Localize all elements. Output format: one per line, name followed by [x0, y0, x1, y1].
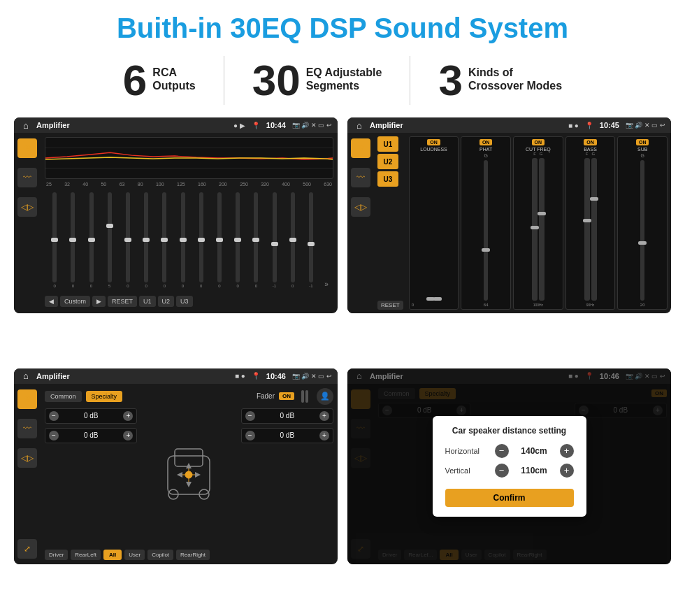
dialog-vertical-minus[interactable]: −	[495, 464, 509, 478]
eq-next-btn[interactable]: ▶	[92, 296, 106, 307]
fader-minus-3[interactable]: −	[245, 411, 255, 421]
eq-freq-labels: 25 32 40 50 63 80 100 125 160 200 250 32…	[45, 182, 333, 187]
stats-row: 6 RCA Outputs 30 EQ Adjustable Segments …	[14, 56, 671, 105]
eq-slider-8[interactable]: 0	[193, 192, 210, 288]
dialog-confirm-button[interactable]: Confirm	[445, 489, 574, 507]
fader-plus-3[interactable]: +	[319, 411, 329, 421]
eq-slider-14[interactable]: -1	[303, 192, 319, 288]
cutfreq-on-badge: ON	[532, 139, 545, 145]
eq-u3-btn[interactable]: U3	[176, 296, 193, 307]
fader-minus-1[interactable]: −	[49, 411, 59, 421]
page-title: Buith-in 30EQ DSP Sound System	[117, 13, 568, 43]
eq-slider-7[interactable]: 0	[174, 192, 191, 288]
loudness-label: LOUDNESS	[420, 147, 447, 152]
eq-slider-5[interactable]: 0	[138, 192, 154, 288]
bass-slider-f[interactable]	[584, 158, 590, 301]
home-icon-3[interactable]: ⌂	[20, 370, 32, 382]
fader-icon-vol[interactable]: ◁▷	[17, 448, 37, 468]
amp-icon-active[interactable]: ⚙	[351, 138, 370, 158]
dialog-vertical-row: Vertical − 110cm +	[445, 464, 574, 478]
dialog-vertical-plus[interactable]: +	[560, 464, 574, 478]
sb-dots-2: ■ ●	[568, 122, 579, 129]
eq-slider-10[interactable]: 0	[229, 192, 246, 288]
eq-slider-13[interactable]: 0	[284, 192, 301, 288]
bass-on-badge: ON	[584, 139, 597, 145]
btn-driver[interactable]: Driver	[45, 550, 68, 560]
fader-right: − 0 dB + − 0 dB +	[241, 408, 333, 546]
cutfreq-slider-f[interactable]	[532, 158, 538, 301]
eq-label-4: 63	[120, 182, 125, 187]
fader-track-container	[301, 390, 308, 403]
tab-common[interactable]: Common	[45, 391, 82, 402]
eq-slider-11[interactable]: 0	[247, 192, 264, 288]
eq-reset-btn[interactable]: RESET	[108, 296, 137, 307]
btn-all[interactable]: All	[103, 550, 122, 560]
amp-icon-vol[interactable]: ◁▷	[351, 197, 370, 217]
amp-u3-btn[interactable]: U3	[377, 171, 398, 187]
eq-sidebar: ⚙ 〰 ◁▷	[14, 133, 41, 313]
btn-user[interactable]: User	[124, 550, 145, 560]
bass-slider-g[interactable]	[591, 158, 597, 301]
amp-channels: U1 U2 U3 RESET	[377, 136, 403, 310]
stat-label-eq-2: Segments	[306, 79, 382, 92]
dialog-horizontal-plus[interactable]: +	[560, 444, 574, 458]
cutfreq-slider-g[interactable]	[539, 158, 545, 301]
eq-custom-btn[interactable]: Custom	[60, 296, 90, 307]
stat-number-eq: 30	[252, 59, 301, 102]
eq-slider-9[interactable]: 0	[211, 192, 228, 288]
fader-icon-wave[interactable]: 〰	[17, 419, 37, 438]
sb-status-icons-2: 📷 🔊 ✕ ▭ ↩	[626, 122, 665, 129]
amp-main: U1 U2 U3 RESET ON LOUDNESS	[374, 133, 671, 313]
eq-icon-wave[interactable]: 〰	[17, 168, 37, 187]
fader-icon-active[interactable]: ⚙	[17, 389, 37, 409]
screens-grid: ⌂ Amplifier ● ▶ 📍 10:44 📷 🔊 ✕ ▭ ↩ ⚙ 〰 ◁▷	[14, 117, 671, 609]
eq-slider-2[interactable]: 0	[82, 192, 99, 288]
eq-slider-12[interactable]: -1	[266, 192, 282, 288]
fader-plus-1[interactable]: +	[123, 411, 133, 421]
fader-track-2	[305, 390, 308, 403]
eq-icon-vol[interactable]: ◁▷	[17, 197, 37, 217]
eq-slider-6[interactable]: 0	[156, 192, 173, 288]
amp-u1-btn[interactable]: U1	[377, 136, 398, 152]
fader-avatar-icon[interactable]: 👤	[317, 388, 333, 405]
eq-prev-btn[interactable]: ◀	[45, 296, 58, 307]
btn-copilot[interactable]: Copilot	[147, 550, 173, 560]
sb-dots-1: ● ▶	[233, 122, 245, 129]
dialog-horizontal-minus[interactable]: −	[495, 444, 509, 458]
eq-expand[interactable]: »	[321, 280, 332, 288]
eq-u1-btn[interactable]: U1	[139, 296, 156, 307]
tab-specialty[interactable]: Specialty	[86, 391, 123, 402]
amp-icon-wave[interactable]: 〰	[351, 168, 370, 187]
fader-minus-4[interactable]: −	[245, 431, 255, 440]
amp-reset-btn[interactable]: RESET	[377, 301, 403, 310]
eq-label-5: 80	[138, 182, 143, 187]
eq-slider-1[interactable]: 0	[64, 192, 81, 288]
fader-bottom-bar: Driver RearLeft All User Copilot RearRig…	[45, 550, 333, 560]
location-icon-2: 📍	[585, 122, 593, 129]
eq-icon-active[interactable]: ⚙	[17, 138, 37, 158]
sub-val: 20	[640, 303, 645, 307]
fader-content: ⚙ 〰 ◁▷ ⤢ Common Specialty Fader ON	[14, 384, 338, 564]
home-icon-2[interactable]: ⌂	[353, 119, 366, 131]
eq-label-8: 160	[198, 182, 206, 187]
fader-icon-expand[interactable]: ⤢	[17, 539, 37, 559]
location-icon-3: 📍	[252, 372, 260, 380]
dialog-box: Car speaker distance setting Horizontal …	[433, 416, 586, 517]
fader-plus-2[interactable]: +	[123, 431, 133, 440]
sb-dots-3: ■ ●	[235, 372, 245, 380]
eq-u2-btn[interactable]: U2	[158, 296, 175, 307]
phat-slider[interactable]	[484, 160, 488, 301]
fader-minus-2[interactable]: −	[49, 431, 59, 440]
loudness-sliders	[428, 152, 440, 303]
btn-rearright[interactable]: RearRight	[176, 550, 210, 560]
eq-slider-4[interactable]: 0	[120, 192, 136, 288]
fader-plus-4[interactable]: +	[319, 431, 329, 440]
amp-u2-btn[interactable]: U2	[377, 154, 398, 169]
amp-layout: U1 U2 U3 RESET ON LOUDNESS	[377, 136, 668, 310]
sub-slider[interactable]	[640, 160, 644, 301]
btn-rearleft[interactable]: RearLeft	[71, 550, 101, 560]
eq-slider-0[interactable]: 0	[46, 192, 63, 288]
eq-slider-3[interactable]: 5	[101, 192, 118, 288]
eq-label-9: 200	[219, 182, 227, 187]
home-icon-1[interactable]: ⌂	[20, 119, 32, 131]
